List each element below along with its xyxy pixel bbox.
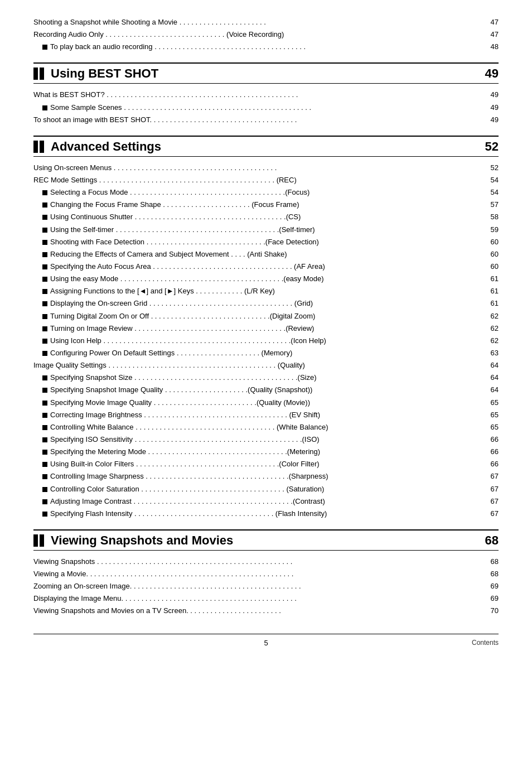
bullet-icon	[42, 215, 47, 220]
bullet-icon	[42, 499, 47, 504]
bullet-icon	[42, 45, 47, 50]
list-item: Specifying the Auto Focus Area . . . . .…	[33, 261, 499, 272]
list-item: Selecting a Focus Mode . . . . . . . . .…	[33, 187, 499, 198]
list-item: Zooming an On-screen Image. . . . . . . …	[33, 581, 499, 592]
bullet-icon	[42, 228, 47, 233]
bullet-icon	[42, 512, 47, 517]
bullet-icon	[42, 474, 47, 479]
viewing-entries: Viewing Snapshots . . . . . . . . . . . …	[33, 556, 499, 617]
bullet-icon	[42, 264, 47, 269]
bullet-icon	[42, 351, 47, 356]
bullet-icon	[42, 375, 47, 380]
bullet-icon	[42, 301, 47, 306]
bullet-icon	[42, 339, 47, 344]
list-item: Some Sample Scenes . . . . . . . . . . .…	[33, 102, 499, 113]
list-item: Displaying the Image Menu. . . . . . . .…	[33, 593, 499, 604]
list-item: Controlling Color Saturation . . . . . .…	[33, 484, 499, 495]
list-item: REC Mode Settings . . . . . . . . . . . …	[33, 175, 499, 186]
bullet-icon	[42, 326, 47, 331]
list-item: Viewing a Movie. . . . . . . . . . . . .…	[33, 568, 499, 580]
list-item: To shoot an image with BEST SHOT. . . . …	[33, 114, 499, 126]
top-entries: Shooting a Snapshot while Shooting a Mov…	[33, 17, 499, 52]
bullet-icon	[42, 413, 47, 418]
bullet-icon	[42, 450, 47, 455]
bullet-icon	[42, 202, 47, 208]
bullet-icon	[42, 190, 47, 195]
list-item: Turning on Image Review . . . . . . . . …	[33, 323, 499, 334]
bullet-icon	[42, 437, 47, 442]
list-item: Configuring Power On Default Settings . …	[33, 348, 499, 359]
list-item: To play back an audio recording . . . . …	[33, 41, 499, 52]
list-item: Specifying the Metering Mode . . . . . .…	[33, 446, 499, 457]
list-item: Displaying the On-screen Grid . . . . . …	[33, 298, 499, 309]
list-item: Specifying Flash Intensity . . . . . . .…	[33, 508, 499, 519]
list-item: Specifying ISO Sensitivity . . . . . . .…	[33, 434, 499, 445]
list-item: Controlling Image Sharpness . . . . . . …	[33, 471, 499, 482]
list-item: Using Built-in Color Filters . . . . . .…	[33, 459, 499, 470]
section-best-shot: Using BEST SHOT 49	[33, 62, 499, 84]
list-item: Specifying Snapshot Image Quality . . . …	[33, 384, 499, 396]
list-item: Using Icon Help . . . . . . . . . . . . …	[33, 335, 499, 346]
advanced-settings-entries: Using On-screen Menus . . . . . . . . . …	[33, 162, 499, 519]
list-item: Using Continuous Shutter . . . . . . . .…	[33, 211, 499, 223]
section-title: Viewing Snapshots and Movies	[33, 533, 233, 548]
list-item: Correcting Image Brightness . . . . . . …	[33, 409, 499, 421]
list-item: Reducing the Effects of Camera and Subje…	[33, 249, 499, 260]
page-number: 5	[264, 639, 268, 647]
list-item: Using the easy Mode . . . . . . . . . . …	[33, 273, 499, 285]
page-container: Shooting a Snapshot while Shooting a Mov…	[33, 17, 499, 647]
best-shot-entries: What is BEST SHOT? . . . . . . . . . . .…	[33, 89, 499, 125]
page-footer: 5 Contents	[33, 634, 499, 647]
list-item: Using the Self-timer . . . . . . . . . .…	[33, 224, 499, 235]
bullet-icon	[42, 277, 47, 282]
list-item: Using On-screen Menus . . . . . . . . . …	[33, 162, 499, 173]
list-item: Changing the Focus Frame Shape . . . . .…	[33, 199, 499, 210]
list-item: What is BEST SHOT? . . . . . . . . . . .…	[33, 89, 499, 100]
section-advanced-settings: Advanced Settings 52	[33, 136, 499, 157]
bullet-icon	[42, 388, 47, 393]
bullet-icon	[42, 105, 47, 110]
bullet-icon	[42, 252, 47, 257]
list-item: Shooting a Snapshot while Shooting a Mov…	[33, 17, 499, 28]
list-item: Viewing Snapshots . . . . . . . . . . . …	[33, 556, 499, 567]
list-item: Viewing Snapshots and Movies on a TV Scr…	[33, 605, 499, 616]
bullet-icon	[42, 462, 47, 467]
list-item: Specifying Snapshot Size . . . . . . . .…	[33, 372, 499, 383]
section-title: Advanced Settings	[33, 139, 161, 154]
section-icon	[33, 67, 44, 80]
list-item: Turning Digital Zoom On or Off . . . . .…	[33, 311, 499, 322]
list-item: Adjusting Image Contrast . . . . . . . .…	[33, 496, 499, 507]
section-icon	[33, 534, 44, 547]
section-viewing: Viewing Snapshots and Movies 68	[33, 529, 499, 551]
bullet-icon	[42, 487, 47, 492]
section-title: Using BEST SHOT	[33, 66, 158, 81]
bullet-icon	[42, 240, 47, 245]
list-item: Image Quality Settings . . . . . . . . .…	[33, 360, 499, 371]
section-icon	[33, 141, 44, 153]
bullet-icon	[42, 314, 47, 319]
contents-label: Contents	[472, 639, 499, 647]
bullet-icon	[42, 289, 47, 294]
bullet-icon	[42, 401, 47, 406]
list-item: Assigning Functions to the [◄] and [►] K…	[33, 286, 499, 297]
list-item: Recording Audio Only . . . . . . . . . .…	[33, 29, 499, 40]
list-item: Controlling White Balance . . . . . . . …	[33, 422, 499, 433]
list-item: Specifying Movie Image Quality . . . . .…	[33, 397, 499, 408]
bullet-icon	[42, 425, 47, 430]
list-item: Shooting with Face Detection . . . . . .…	[33, 237, 499, 248]
